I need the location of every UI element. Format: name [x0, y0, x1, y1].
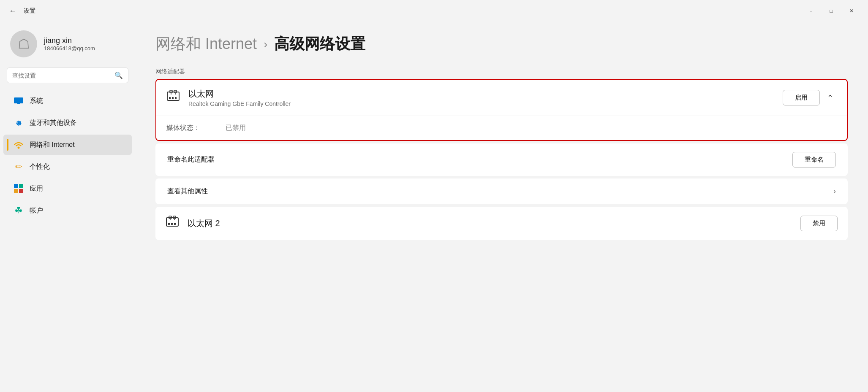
sidebar-item-account-label: 帐户: [30, 206, 43, 215]
sidebar-item-bluetooth-label: 蓝牙和其他设备: [30, 119, 77, 127]
adapter-detail-row: 媒体状态： 已禁用: [156, 116, 847, 140]
sidebar-item-personalize-label: 个性化: [30, 162, 50, 171]
user-info: jiang xin 184066418@qq.com: [44, 36, 95, 51]
user-email: 184066418@qq.com: [44, 45, 95, 51]
svg-rect-14: [175, 97, 177, 99]
minimize-button[interactable]: －: [801, 4, 821, 18]
svg-rect-6: [19, 189, 23, 193]
page-title: 高级网络设置: [274, 34, 365, 54]
adapter2-enable-button[interactable]: 禁用: [800, 216, 838, 231]
search-icon: 🔍: [114, 71, 123, 79]
system-icon: [14, 96, 24, 106]
adapter2-info: 以太网 2: [166, 215, 220, 232]
properties-row[interactable]: 查看其他属性 ›: [155, 178, 848, 204]
adapter-description: Realtek Gaming GbE Family Controller: [188, 100, 291, 107]
window-controls: － □ ✕: [801, 4, 861, 18]
sidebar-item-apps-label: 应用: [30, 184, 43, 193]
sidebar-item-network-label: 网络和 Internet: [30, 141, 75, 149]
apps-icon: [14, 184, 24, 194]
expand-chevron[interactable]: ⌃: [823, 91, 837, 105]
avatar: ☖: [10, 30, 37, 57]
breadcrumb-parent: 网络和 Internet: [155, 34, 257, 54]
enable-button[interactable]: 启用: [783, 90, 820, 105]
avatar-icon: ☖: [18, 36, 30, 52]
close-button[interactable]: ✕: [842, 4, 861, 18]
media-status-value: 已禁用: [226, 124, 246, 132]
maximize-button[interactable]: □: [822, 4, 841, 18]
properties-label: 查看其他属性: [167, 187, 208, 196]
svg-point-2: [18, 147, 20, 149]
account-icon: ☘: [14, 205, 24, 216]
titlebar-left: ← 设置: [7, 5, 35, 17]
adapter-main-row: 以太网 Realtek Gaming GbE Family Controller…: [156, 80, 847, 116]
sidebar-item-account[interactable]: ☘ 帐户: [3, 200, 132, 221]
ethernet-icon: [166, 89, 182, 106]
main-layout: ☖ jiang xin 184066418@qq.com 🔍 系统 ⎈ 蓝牙和其…: [0, 20, 868, 392]
sidebar-item-system[interactable]: 系统: [3, 91, 132, 111]
svg-rect-4: [19, 184, 23, 188]
svg-rect-21: [171, 223, 173, 225]
ethernet2-icon: [166, 215, 181, 232]
page-header: 网络和 Internet › 高级网络设置: [155, 34, 848, 54]
adapter-name: 以太网: [188, 88, 291, 100]
network-icon: [14, 140, 24, 150]
svg-rect-13: [172, 97, 174, 99]
adapter-actions: 启用 ⌃: [783, 90, 837, 105]
section-label: 网络适配器: [155, 68, 848, 76]
svg-rect-20: [168, 223, 170, 225]
svg-rect-12: [169, 97, 171, 99]
adapter-card-1: 以太网 Realtek Gaming GbE Family Controller…: [155, 79, 848, 141]
content-area: 网络和 Internet › 高级网络设置 网络适配器: [135, 20, 868, 392]
sidebar-item-system-label: 系统: [30, 97, 43, 105]
breadcrumb-arrow: ›: [264, 38, 267, 51]
media-status-label: 媒体状态：: [166, 124, 209, 132]
back-button[interactable]: ←: [7, 5, 19, 17]
sidebar-item-personalize[interactable]: ✏ 个性化: [3, 157, 132, 177]
svg-rect-5: [14, 189, 18, 193]
rename-button[interactable]: 重命名: [792, 152, 836, 168]
adapter-card-2: 以太网 2 禁用: [155, 207, 848, 240]
user-section: ☖ jiang xin 184066418@qq.com: [0, 24, 135, 68]
sidebar: ☖ jiang xin 184066418@qq.com 🔍 系统 ⎈ 蓝牙和其…: [0, 20, 135, 392]
rename-label: 重命名此适配器: [167, 155, 215, 164]
app-title: 设置: [24, 7, 35, 15]
sidebar-item-bluetooth[interactable]: ⎈ 蓝牙和其他设备: [3, 113, 132, 133]
bluetooth-icon: ⎈: [14, 118, 24, 128]
search-box[interactable]: 🔍: [7, 68, 128, 83]
titlebar: ← 设置 － □ ✕: [0, 0, 868, 20]
svg-rect-3: [14, 184, 18, 188]
personalize-icon: ✏: [14, 162, 24, 172]
adapter2-name: 以太网 2: [188, 218, 220, 229]
sidebar-item-network[interactable]: 网络和 Internet: [3, 135, 132, 155]
properties-chevron-icon: ›: [833, 187, 836, 196]
svg-rect-1: [17, 103, 20, 104]
rename-row: 重命名此适配器 重命名: [155, 143, 848, 176]
svg-rect-22: [174, 223, 176, 225]
sidebar-item-apps[interactable]: 应用: [3, 178, 132, 199]
search-input[interactable]: [12, 72, 111, 79]
adapter-info: 以太网 Realtek Gaming GbE Family Controller: [166, 88, 291, 107]
svg-rect-0: [14, 97, 23, 103]
user-name: jiang xin: [44, 36, 95, 45]
adapter-text: 以太网 Realtek Gaming GbE Family Controller: [188, 88, 291, 107]
